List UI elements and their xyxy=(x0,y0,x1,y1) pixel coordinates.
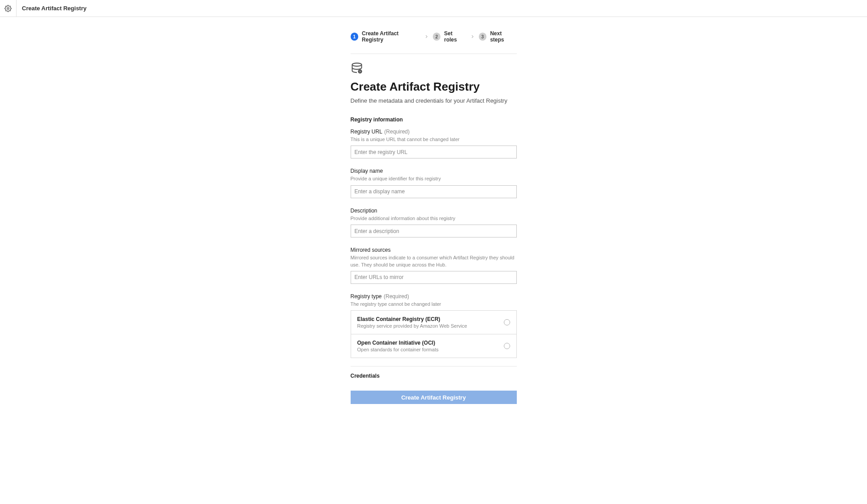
field-display-name: Display name Provide a unique identifier… xyxy=(351,167,517,198)
step-1[interactable]: 1 Create Artifact Registry xyxy=(351,30,420,43)
ecr-title: Elastic Container Registry (ECR) xyxy=(357,316,467,322)
registry-icon xyxy=(351,62,363,75)
registry-url-label: Registry URL xyxy=(351,129,382,135)
registry-type-help: The registry type cannot be changed late… xyxy=(351,301,517,308)
svg-point-1 xyxy=(352,63,361,66)
oci-title: Open Container Initiative (OCI) xyxy=(357,340,439,346)
chevron-right-icon xyxy=(470,34,475,39)
section-registry-info: Registry information xyxy=(351,117,517,123)
page-title: Create Artifact Registry xyxy=(351,80,517,94)
header-icon-wrap[interactable] xyxy=(0,0,17,17)
registry-type-option-oci[interactable]: Open Container Initiative (OCI) Open sta… xyxy=(351,334,516,358)
display-name-input[interactable] xyxy=(351,185,517,198)
step-1-label: Create Artifact Registry xyxy=(362,30,420,43)
page-subtitle: Define the metadata and credentials for … xyxy=(351,97,517,104)
description-help: Provide additional information about thi… xyxy=(351,215,517,222)
divider xyxy=(351,366,517,367)
radio-icon xyxy=(504,343,510,349)
registry-type-group: Elastic Container Registry (ECR) Registr… xyxy=(351,310,517,358)
step-1-num: 1 xyxy=(351,33,359,41)
registry-type-label: Registry type xyxy=(351,293,382,300)
field-mirrored-sources: Mirrored sources Mirrored sources indica… xyxy=(351,246,517,284)
registry-type-required: (Required) xyxy=(384,293,409,300)
app-header: Create Artifact Registry xyxy=(0,0,867,17)
field-registry-url: Registry URL (Required) This is a unique… xyxy=(351,127,517,158)
registry-url-help: This is a unique URL that cannot be chan… xyxy=(351,136,517,143)
step-3-label: Next steps xyxy=(490,30,516,43)
step-3-num: 3 xyxy=(479,33,487,41)
create-registry-button[interactable]: Create Artifact Registry xyxy=(351,391,517,404)
description-input[interactable] xyxy=(351,225,517,237)
oci-desc: Open standards for container formats xyxy=(357,347,439,352)
step-3[interactable]: 3 Next steps xyxy=(479,30,517,43)
registry-url-input[interactable] xyxy=(351,146,517,158)
radio-icon xyxy=(504,319,510,325)
registry-url-required: (Required) xyxy=(384,129,410,135)
step-2[interactable]: 2 Set roles xyxy=(433,30,466,43)
ecr-desc: Registry service provided by Amazon Web … xyxy=(357,323,467,329)
section-credentials: Credentials xyxy=(351,373,517,379)
stepper: 1 Create Artifact Registry 2 Set roles 3… xyxy=(351,30,517,54)
gear-icon xyxy=(4,5,12,12)
chevron-right-icon xyxy=(424,34,429,39)
registry-type-option-ecr[interactable]: Elastic Container Registry (ECR) Registr… xyxy=(351,311,516,334)
mirrored-sources-help: Mirrored sources indicate to a consumer … xyxy=(351,254,517,268)
header-title: Create Artifact Registry xyxy=(17,5,87,12)
display-name-label: Display name xyxy=(351,168,383,174)
description-label: Description xyxy=(351,208,377,214)
step-2-label: Set roles xyxy=(444,30,466,43)
mirrored-sources-label: Mirrored sources xyxy=(351,247,391,253)
mirrored-sources-input[interactable] xyxy=(351,271,517,284)
svg-point-0 xyxy=(7,8,9,9)
field-registry-type: Registry type (Required) The registry ty… xyxy=(351,292,517,358)
field-description: Description Provide additional informati… xyxy=(351,206,517,237)
step-2-num: 2 xyxy=(433,33,441,41)
display-name-help: Provide a unique identifier for this reg… xyxy=(351,175,517,182)
content-area: Create Artifact Registry Define the meta… xyxy=(351,54,517,422)
